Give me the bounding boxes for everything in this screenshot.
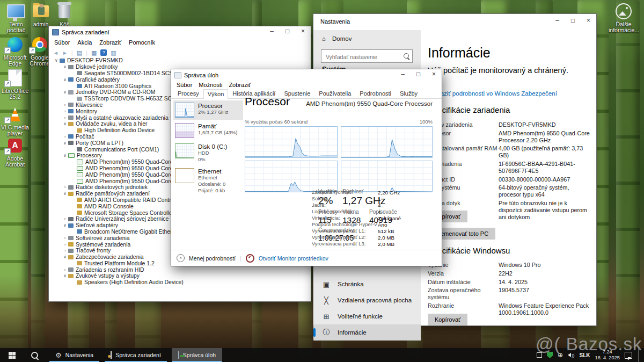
close-button[interactable]: × (581, 14, 596, 28)
properties-icon[interactable]: ▦ (91, 49, 97, 56)
sidebar-item-remote-desktop[interactable]: ╳Vzdialená pracovná plocha (313, 292, 421, 308)
copy-windows-specs-button[interactable]: Kopírovať (428, 314, 467, 325)
collapse-chevron-icon[interactable]: ∧ (177, 254, 185, 262)
close-button[interactable]: × (295, 26, 311, 37)
recycle-bin-shortcut[interactable]: Kôš (49, 2, 79, 27)
expander-icon[interactable]: ∨ (62, 90, 68, 95)
forward-icon[interactable]: ► (62, 50, 68, 56)
minimize-button[interactable]: – (264, 26, 280, 37)
expander-icon[interactable]: ∨ (62, 121, 68, 126)
menu-item-súbor[interactable]: Súbor (51, 39, 73, 46)
fewer-details-button[interactable]: Menej podrobností (189, 255, 236, 262)
search-input[interactable] (325, 50, 399, 63)
security-shield-icon[interactable] (547, 352, 553, 358)
menu-item-zobraziť[interactable]: Zobraziť (225, 82, 254, 88)
volume-icon[interactable]: )) (568, 353, 574, 358)
device-label: Radiče Univerzálnej sériovej zbernice (76, 216, 169, 222)
more-info-shortcut[interactable]: Ďalšie informácie... (609, 2, 639, 33)
sec-device-icon (68, 255, 74, 259)
net-device-icon (68, 223, 74, 228)
perf-item-pam-[interactable]: Pamäť1,6/3,7 GB (43%) (173, 121, 243, 140)
expander-icon[interactable]: ∨ (53, 58, 60, 63)
detail-value: 2,20 GHz (378, 190, 400, 196)
expander-icon[interactable]: › (62, 248, 68, 253)
show-desktop-button[interactable] (638, 348, 641, 362)
expander-icon[interactable]: ∨ (62, 191, 68, 196)
scan-hardware-icon[interactable]: ▥ (111, 49, 116, 56)
taskbar-button-spr-vca-zariaden-[interactable]: Správca zariadení (104, 348, 167, 362)
performance-sidebar: Procesor2% 1,27 GHzPamäť1,6/3,7 GB (43%)… (173, 100, 243, 250)
vlc-media-player-shortcut[interactable]: ↗VLC media player (0, 105, 30, 136)
adobe-acrobat-shortcut[interactable]: A↗Adobe Acrobat (0, 136, 30, 168)
detail-value: 512 kB (378, 228, 394, 234)
expander-icon[interactable]: › (62, 185, 68, 190)
expander-icon[interactable]: ∨ (62, 153, 68, 158)
help-icon[interactable]: ? (100, 49, 107, 56)
expander-icon[interactable]: ∨ (62, 273, 68, 278)
perf-item-disk-0-c-[interactable]: Disk 0 (C:)HDD0% (173, 141, 243, 165)
sound-device-icon (68, 274, 74, 278)
sidebar-item-optional-features[interactable]: ⊞Voliteľné funkcie (313, 308, 421, 324)
back-icon[interactable]: ◄ (53, 50, 58, 56)
libreoffice-shortcut[interactable]: ↗LibreOffice 25.2 (0, 69, 30, 100)
sidebar-item-info[interactable]: ⓘInformácie (313, 324, 421, 341)
expander-icon[interactable]: › (62, 109, 68, 114)
expander-icon[interactable]: › (62, 236, 68, 241)
expander-icon[interactable]: › (62, 115, 68, 120)
network-globe-icon[interactable]: ⊕ (558, 352, 563, 358)
taskbar-clock[interactable]: 7:24 16. 4. 2025 (595, 349, 620, 361)
expander-icon[interactable]: ∨ (62, 77, 68, 82)
device-tree-item[interactable]: Speakers (High Definition Audio Device) (50, 279, 310, 286)
spec-value: 22H2 (499, 270, 591, 277)
device-tree-item[interactable]: ›Zariadenia s rozhraním HID (50, 266, 310, 273)
taskbar-search-button[interactable] (24, 348, 45, 362)
spec-value: 14. 4. 2025 (499, 279, 591, 286)
minimize-button[interactable]: – (395, 69, 411, 80)
expander-icon[interactable]: ∨ (62, 141, 68, 146)
language-indicator[interactable]: SLK (579, 352, 590, 358)
minimize-button[interactable]: – (550, 14, 565, 28)
perf-item-procesor[interactable]: Procesor2% 1,27 GHz (173, 100, 243, 120)
taskbar-button-nastavenia[interactable]: ⚙Nastavenia (49, 348, 100, 362)
open-resource-monitor-link[interactable]: Otvoriť Monitor prostriedkov (259, 255, 328, 262)
close-button[interactable]: × (426, 69, 442, 80)
menu-item-akcia[interactable]: Akcia (74, 39, 95, 46)
expander-icon[interactable]: › (62, 134, 68, 139)
security-details-link[interactable]: Zobraziť podrobnosti vo Windows Zabezpeč… (428, 90, 557, 97)
start-button[interactable] (0, 348, 24, 362)
device-label: AMD RAID Console (84, 204, 134, 209)
expander-icon[interactable]: ∨ (62, 64, 68, 69)
maximize-button[interactable]: □ (565, 14, 581, 28)
sidebar-item-home[interactable]: ⌂ Domov (322, 35, 352, 42)
tab-procesy[interactable]: Procesy (173, 89, 203, 98)
sidebar-item-clipboard[interactable]: ▣Schránka (313, 276, 421, 292)
perf-item-ethernet[interactable]: EthernetEthernetOdoslané: 0 Prijaté: 0 k… (173, 166, 243, 196)
expander-icon[interactable]: › (62, 216, 68, 221)
cpu-device-icon (77, 160, 83, 164)
action-center-icon[interactable] (625, 352, 632, 359)
port-device-icon (77, 147, 82, 151)
device-label: Trusted Platform Module 1.2 (84, 260, 155, 266)
search-icon[interactable] (404, 53, 409, 59)
perf-item-title: Ethernet (198, 168, 241, 175)
menu-item-zobraziť[interactable]: Zobraziť (96, 39, 125, 46)
expander-icon[interactable]: › (62, 242, 68, 247)
expander-icon[interactable]: › (62, 103, 68, 107)
device-tree-item[interactable]: ∨DESKTOP-FVRSMKD (50, 57, 310, 64)
settings-search-box[interactable] (321, 49, 413, 63)
menu-item-súbor[interactable]: Súbor (173, 82, 195, 88)
expander-icon[interactable]: ∨ (62, 255, 68, 259)
device-tree-item[interactable]: ∨Zvukové vstupy a výstupy (50, 273, 310, 279)
maximize-button[interactable]: □ (280, 26, 295, 37)
menu-item-možnosti[interactable]: Možnosti (195, 82, 225, 88)
tab-výkon[interactable]: Výkon (203, 89, 229, 99)
maximize-button[interactable]: □ (411, 69, 426, 80)
expander-icon[interactable]: ∨ (62, 223, 68, 228)
list-view-icon[interactable]: ▤ (77, 49, 82, 56)
hidden-icons-button[interactable] (537, 352, 542, 358)
expander-icon[interactable]: › (62, 267, 68, 272)
taskbar-button-spr-vca-loh[interactable]: Správca úloh (172, 348, 222, 362)
device-specs-table: Názov zariadeniaDESKTOP-FVR5MKDProcesorA… (428, 121, 591, 222)
menu-item-pomocník[interactable]: Pomocník (126, 39, 158, 46)
disk-device-icon (77, 71, 82, 75)
